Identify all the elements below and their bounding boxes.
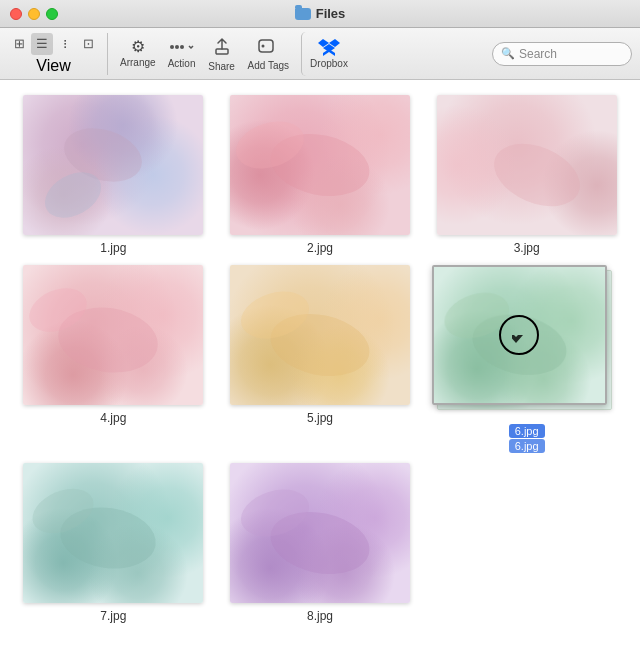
- toolbar: ⊞ ☰ ⫶ ⊡ View ⚙ Arrange Action: [0, 28, 640, 80]
- svg-rect-3: [216, 49, 228, 54]
- search-box[interactable]: 🔍 Search: [492, 42, 632, 66]
- svg-marker-10: [329, 49, 335, 56]
- file-item-8[interactable]: 8.jpg: [222, 463, 419, 623]
- file-thumb-1: [23, 95, 203, 235]
- file-thumb-2: [230, 95, 410, 235]
- svg-point-2: [180, 45, 184, 49]
- share-label: Share: [208, 61, 235, 72]
- file-thumb-4: [23, 265, 203, 405]
- file-thumb-3: [437, 95, 617, 235]
- file-thumb-8: [230, 463, 410, 603]
- search-icon: 🔍: [501, 47, 515, 60]
- share-button[interactable]: Share: [204, 32, 240, 76]
- file-name-1: 1.jpg: [100, 241, 126, 255]
- svg-marker-9: [323, 49, 329, 56]
- file-badge-primary-6: 6.jpg: [509, 424, 545, 438]
- arrange-label: Arrange: [120, 57, 156, 68]
- file-stack-6: [432, 265, 622, 420]
- file-grid: 1.jpg 2.jpg 3.jpg 4.jpg 5.jpg: [10, 90, 630, 628]
- svg-rect-4: [259, 40, 273, 52]
- file-thumb-7: [23, 463, 203, 603]
- view-group: ⊞ ☰ ⫶ ⊡ View: [8, 33, 108, 75]
- add-tags-icon: [257, 37, 279, 58]
- dropbox-icon: [318, 38, 340, 56]
- minimize-button[interactable]: [28, 8, 40, 20]
- drag-cursor-icon: [499, 315, 539, 355]
- titlebar: Files: [0, 0, 640, 28]
- add-tags-button[interactable]: Add Tags: [244, 32, 294, 76]
- icon-view-button[interactable]: ⊞: [8, 33, 30, 55]
- gallery-view-button[interactable]: ⊡: [77, 33, 99, 55]
- arrange-button[interactable]: ⚙ Arrange: [116, 32, 160, 76]
- file-item-5[interactable]: 5.jpg: [222, 265, 419, 453]
- action-button[interactable]: Action: [164, 32, 200, 76]
- file-item-1[interactable]: 1.jpg: [15, 95, 212, 255]
- list-view-button[interactable]: ☰: [31, 33, 53, 55]
- svg-point-5: [262, 44, 265, 47]
- search-label: Search: [519, 47, 557, 61]
- file-labels-6: 6.jpg 6.jpg: [509, 424, 545, 453]
- folder-icon: [295, 8, 311, 20]
- file-item-6[interactable]: 6.jpg 6.jpg: [428, 265, 625, 453]
- share-icon: [212, 36, 232, 59]
- file-thumb-5: [230, 265, 410, 405]
- maximize-button[interactable]: [46, 8, 58, 20]
- file-name-7: 7.jpg: [100, 609, 126, 623]
- close-button[interactable]: [10, 8, 22, 20]
- svg-point-0: [170, 45, 174, 49]
- file-badge-secondary-6: 6.jpg: [509, 439, 545, 453]
- view-icons: ⊞ ☰ ⫶ ⊡: [8, 33, 99, 55]
- dropbox-label: Dropbox: [310, 58, 348, 69]
- traffic-lights: [10, 8, 58, 20]
- file-stack-front-6: [432, 265, 607, 405]
- file-name-2: 2.jpg: [307, 241, 333, 255]
- file-item-2[interactable]: 2.jpg: [222, 95, 419, 255]
- svg-point-1: [175, 45, 179, 49]
- add-tags-label: Add Tags: [248, 60, 290, 71]
- action-icon: [168, 38, 195, 56]
- view-label: View: [36, 57, 70, 75]
- file-item-3[interactable]: 3.jpg: [428, 95, 625, 255]
- file-name-4: 4.jpg: [100, 411, 126, 425]
- arrange-icon: ⚙: [131, 39, 145, 55]
- file-name-3: 3.jpg: [514, 241, 540, 255]
- action-label: Action: [168, 58, 196, 69]
- file-browser: 1.jpg 2.jpg 3.jpg 4.jpg 5.jpg: [0, 80, 640, 670]
- file-name-8: 8.jpg: [307, 609, 333, 623]
- window-title: Files: [295, 6, 346, 21]
- file-name-5: 5.jpg: [307, 411, 333, 425]
- column-view-button[interactable]: ⫶: [54, 33, 76, 55]
- file-item-7[interactable]: 7.jpg: [15, 463, 212, 623]
- file-item-4[interactable]: 4.jpg: [15, 265, 212, 453]
- dropbox-button[interactable]: Dropbox: [301, 32, 354, 76]
